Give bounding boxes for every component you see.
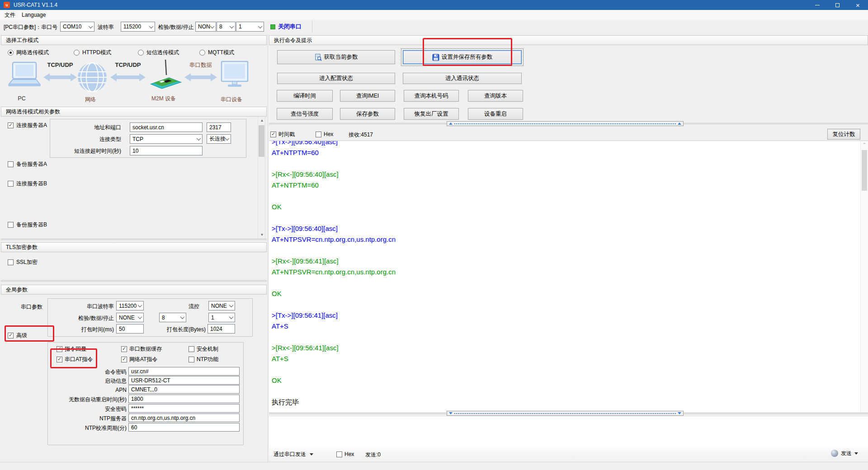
compile-time-button[interactable]: 编译时间 bbox=[277, 90, 333, 102]
boot-info-input[interactable]: USR-DR512-CT bbox=[128, 376, 240, 385]
scrollbar-thumb[interactable] bbox=[259, 125, 264, 157]
addr-label: 地址和端口 bbox=[45, 124, 121, 131]
minimize-button[interactable] bbox=[807, 0, 827, 10]
conn-type-select[interactable]: TCP bbox=[130, 134, 203, 144]
radio-mode-mqtt[interactable]: MQTT模式 bbox=[199, 49, 234, 56]
netparams-scrollbar[interactable]: ▲ ▼ bbox=[258, 117, 265, 239]
send-textarea[interactable] bbox=[269, 417, 868, 446]
g-baud-select[interactable]: 115200 bbox=[116, 301, 144, 310]
g-databits-select[interactable]: 8 bbox=[159, 313, 186, 322]
scroll-up-icon[interactable]: ⌃ bbox=[861, 141, 868, 148]
parity-select[interactable]: NONI bbox=[195, 22, 216, 32]
backup-a-checkbox[interactable]: 备份服务器A bbox=[8, 160, 47, 168]
log-line: >[Tx->][09:56:41][asc] bbox=[272, 310, 854, 321]
scrollbar-thumb[interactable] bbox=[862, 150, 867, 191]
cmd-password-input[interactable]: usr.cn# bbox=[128, 367, 240, 376]
log-line: >[Rx<-][09:56:41][asc] bbox=[272, 256, 854, 267]
boot-info-label: 启动信息 bbox=[28, 377, 127, 385]
query-signal-button[interactable]: 查信号强度 bbox=[277, 108, 333, 120]
advanced-checkbox[interactable]: ✓ 高级 bbox=[8, 332, 27, 339]
menu-file[interactable]: 文件 bbox=[5, 11, 15, 19]
log-line bbox=[272, 191, 854, 202]
log-line bbox=[272, 212, 854, 223]
factory-reset-button[interactable]: 恢复出厂设置 bbox=[404, 108, 459, 120]
serial-at-checkbox[interactable]: ✓ 串口AT指令 bbox=[57, 356, 93, 363]
security-password-input[interactable]: ****** bbox=[128, 404, 240, 413]
baud-label: 波特率 bbox=[98, 24, 114, 31]
collapse-down-icon[interactable] bbox=[449, 412, 453, 414]
checkbox-icon: ✓ bbox=[8, 333, 14, 338]
checkbox-icon bbox=[8, 161, 14, 167]
pack-len-input[interactable]: 1024 bbox=[208, 324, 235, 334]
splitter-handle[interactable] bbox=[447, 121, 684, 126]
close-serial-button[interactable]: 关闭串口 bbox=[270, 22, 302, 32]
net-at-checkbox[interactable]: ✓ 网络AT指令 bbox=[121, 356, 157, 363]
enter-comm-button[interactable]: 进入通讯状态 bbox=[403, 73, 522, 84]
flow-select[interactable]: NONE bbox=[208, 301, 235, 310]
ntp-period-label: NTP校准周期(分) bbox=[28, 424, 127, 432]
section-splitter[interactable] bbox=[1, 239, 267, 240]
server-a-address-input[interactable]: socket.usr.cn bbox=[130, 122, 203, 132]
save-params-button[interactable]: 保存参数 bbox=[340, 108, 395, 120]
g-parity-select[interactable]: NONE bbox=[116, 313, 144, 322]
timestamp-checkbox[interactable]: ✓ 时间戳 bbox=[270, 131, 295, 138]
log-line: >[Rx<-][09:56:40][asc] bbox=[272, 169, 854, 180]
query-number-button[interactable]: 查询本机号码 bbox=[404, 90, 459, 102]
get-params-button[interactable]: 获取当前参数 bbox=[277, 50, 395, 64]
stopbits-select[interactable]: 1 bbox=[236, 22, 264, 32]
conn-mode-select[interactable]: 长连接 bbox=[207, 134, 231, 144]
cmd-echo-checkbox[interactable]: ✓ 指令回显 bbox=[57, 345, 86, 352]
query-version-button[interactable]: 查询版本 bbox=[468, 90, 523, 102]
maximize-button[interactable] bbox=[827, 0, 848, 10]
ntp-period-input[interactable]: 60 bbox=[128, 423, 240, 432]
serial-cache-checkbox[interactable]: ✓ 串口数据缓存 bbox=[121, 345, 162, 352]
short-timeout-input[interactable]: 10 bbox=[130, 146, 203, 155]
query-imei-button[interactable]: 查询IMEI bbox=[340, 90, 395, 102]
menu-language[interactable]: Language bbox=[22, 11, 46, 19]
server-a-checkbox[interactable]: ✓ 连接服务器A bbox=[8, 122, 47, 129]
g-stopbits-select[interactable]: 1 bbox=[208, 313, 235, 322]
security-checkbox[interactable]: 安全机制 bbox=[189, 345, 218, 352]
close-button[interactable]: × bbox=[848, 0, 868, 10]
send-icon bbox=[831, 450, 838, 457]
collapse-down-icon[interactable] bbox=[678, 412, 681, 414]
scroll-down-icon[interactable]: ▼ bbox=[258, 231, 266, 239]
chevron-down-icon bbox=[138, 315, 142, 319]
radio-mode-net[interactable]: 网络透传模式 bbox=[8, 49, 49, 56]
send-hex-checkbox[interactable]: Hex bbox=[336, 451, 354, 458]
send-button[interactable]: 发送 bbox=[831, 450, 858, 457]
pack-time-input[interactable]: 50 bbox=[116, 324, 144, 334]
log-area[interactable]: >[Tx->][09:56:40][asc] AT+NTPTM=60 >[Rx<… bbox=[269, 141, 868, 412]
splitter-handle[interactable] bbox=[447, 411, 684, 416]
chevron-down-icon bbox=[230, 24, 234, 28]
collapse-up-icon[interactable] bbox=[449, 122, 453, 125]
device-restart-button[interactable]: 设备重启 bbox=[468, 108, 523, 120]
ntp-checkbox[interactable]: NTP功能 bbox=[189, 356, 218, 363]
databits-select[interactable]: 8 bbox=[217, 22, 236, 32]
server-b-checkbox[interactable]: 连接服务器B bbox=[8, 180, 47, 187]
com-port-select[interactable]: COM10 bbox=[60, 22, 94, 32]
reset-count-button[interactable]: 复位计数 bbox=[827, 129, 860, 140]
radio-mode-httpd[interactable]: HTTPD模式 bbox=[74, 49, 111, 56]
scroll-up-icon[interactable]: ▲ bbox=[258, 117, 266, 124]
ssl-checkbox[interactable]: SSL加密 bbox=[8, 258, 38, 266]
baud-select[interactable]: 115200 bbox=[121, 22, 155, 32]
backup-b-checkbox[interactable]: 备份服务器B bbox=[8, 221, 47, 228]
apn-input[interactable]: CMNET,,,0 bbox=[128, 385, 240, 394]
log-line bbox=[272, 277, 854, 288]
diagram-link2-label: TCP/UDP bbox=[115, 61, 141, 68]
section-splitter[interactable] bbox=[1, 280, 267, 282]
send-via-serial-dropdown[interactable]: 通过串口发送 bbox=[274, 451, 313, 458]
send-bar bbox=[269, 446, 868, 462]
collapse-up-icon[interactable] bbox=[678, 122, 681, 125]
log-hex-checkbox[interactable]: Hex bbox=[316, 131, 333, 138]
radio-mode-sms[interactable]: 短信透传模式 bbox=[138, 49, 179, 56]
log-line: AT+NTPSVR=cn.ntp.org.cn,us.ntp.org.cn bbox=[272, 234, 854, 245]
auto-restart-input[interactable]: 1800 bbox=[128, 395, 240, 403]
pc-icon bbox=[8, 62, 41, 86]
set-save-params-button[interactable]: 设置并保存所有参数 bbox=[403, 50, 522, 64]
log-scrollbar[interactable]: ⌃ bbox=[860, 141, 868, 412]
ntp-server-input[interactable]: cn.ntp.org.cn,us.ntp.org.cn bbox=[128, 414, 240, 422]
enter-config-button[interactable]: 进入配置状态 bbox=[277, 73, 395, 84]
server-a-port-input[interactable]: 2317 bbox=[207, 122, 231, 132]
